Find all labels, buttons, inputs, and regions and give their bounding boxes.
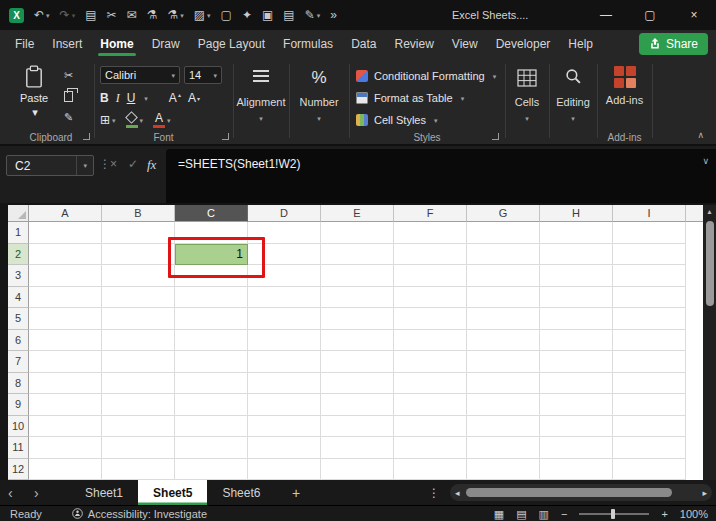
cell-A10[interactable]	[29, 416, 102, 438]
font-size-select[interactable]: 14 ▾	[184, 66, 222, 84]
cell-D12[interactable]	[248, 459, 321, 481]
row-header-5[interactable]: 5	[8, 308, 29, 330]
flask-icon[interactable]: ⚗	[142, 3, 163, 27]
tab-formulas[interactable]: Formulas	[274, 30, 342, 58]
cell-C4[interactable]	[175, 287, 248, 309]
alignment-group[interactable]: Alignment ▾	[233, 58, 289, 146]
cell-F4[interactable]	[394, 287, 467, 309]
cell-H7[interactable]	[540, 351, 613, 373]
cell-A2[interactable]	[29, 244, 102, 266]
styles-dialog-launcher[interactable]	[492, 133, 499, 140]
excel-logo-icon[interactable]: X	[4, 3, 29, 27]
cell-I4[interactable]	[613, 287, 686, 309]
cell-C12[interactable]	[175, 459, 248, 481]
cell-G4[interactable]	[467, 287, 540, 309]
cell-B6[interactable]	[102, 330, 175, 352]
vertical-scrollbar-thumb[interactable]	[706, 221, 714, 306]
cell-F5[interactable]	[394, 308, 467, 330]
row-header-7[interactable]: 7	[8, 351, 29, 373]
cell-B5[interactable]	[102, 308, 175, 330]
cell-H8[interactable]	[540, 373, 613, 395]
cell-H4[interactable]	[540, 287, 613, 309]
tab-page-layout[interactable]: Page Layout	[189, 30, 274, 58]
cell-G8[interactable]	[467, 373, 540, 395]
cell-D8[interactable]	[248, 373, 321, 395]
cell-E7[interactable]	[321, 351, 394, 373]
new-sheet-button[interactable]: +	[292, 480, 300, 505]
cell-F8[interactable]	[394, 373, 467, 395]
cell-G9[interactable]	[467, 394, 540, 416]
cell-G2[interactable]	[467, 244, 540, 266]
cell-A4[interactable]	[29, 287, 102, 309]
row-header-11[interactable]: 11	[8, 437, 29, 459]
row-header-9[interactable]: 9	[8, 394, 29, 416]
cut-button[interactable]: ✂	[64, 69, 73, 82]
cell-A5[interactable]	[29, 308, 102, 330]
cell-F9[interactable]	[394, 394, 467, 416]
column-header-C[interactable]: C	[175, 205, 248, 222]
cancel-entry-button[interactable]: ×	[110, 157, 117, 171]
scroll-left-icon[interactable]: ◂	[455, 484, 460, 501]
row-header-1[interactable]: 1	[8, 222, 29, 244]
cell-G3[interactable]	[467, 265, 540, 287]
cell-G12[interactable]	[467, 459, 540, 481]
cell-C6[interactable]	[175, 330, 248, 352]
cell-B7[interactable]	[102, 351, 175, 373]
cell-I2[interactable]	[613, 244, 686, 266]
cell-E4[interactable]	[321, 287, 394, 309]
cell-E5[interactable]	[321, 308, 394, 330]
cell-H5[interactable]	[540, 308, 613, 330]
row-header-2[interactable]: 2	[8, 244, 29, 266]
cell-C9[interactable]	[175, 394, 248, 416]
row-header-3[interactable]: 3	[8, 265, 29, 287]
sheet-tab-sheet1[interactable]: Sheet1	[70, 480, 138, 505]
column-header-F[interactable]: F	[394, 205, 467, 222]
cell-C10[interactable]	[175, 416, 248, 438]
page-break-view-button[interactable]: ▥	[539, 509, 549, 520]
sparkle-icon[interactable]: ✦	[237, 3, 257, 27]
cell-E12[interactable]	[321, 459, 394, 481]
sheet-tab-sheet6[interactable]: Sheet6	[207, 480, 275, 505]
fill-color-button[interactable]: ▾	[126, 113, 144, 128]
cell-E2[interactable]	[321, 244, 394, 266]
tab-developer[interactable]: Developer	[487, 30, 560, 58]
column-header-E[interactable]: E	[321, 205, 394, 222]
insert-function-button[interactable]: fx	[147, 157, 156, 173]
cell-H12[interactable]	[540, 459, 613, 481]
cell-D7[interactable]	[248, 351, 321, 373]
clipboard-dialog-launcher[interactable]	[83, 133, 90, 140]
confirm-entry-button[interactable]: ✓	[128, 157, 138, 171]
cell-I11[interactable]	[613, 437, 686, 459]
cell-B8[interactable]	[102, 373, 175, 395]
page-layout-view-button[interactable]: ▤	[516, 509, 526, 520]
cell-D5[interactable]	[248, 308, 321, 330]
beaker-icon[interactable]: ⚗▾	[162, 3, 188, 27]
maximize-button[interactable]: ▢	[628, 0, 672, 30]
cell-I5[interactable]	[613, 308, 686, 330]
cell-H2[interactable]	[540, 244, 613, 266]
sheet-options-icon[interactable]: ⋮	[428, 480, 440, 505]
cell-C8[interactable]	[175, 373, 248, 395]
accessibility-status[interactable]: Accessibility: Investigate	[72, 508, 207, 520]
cell-F12[interactable]	[394, 459, 467, 481]
tab-file[interactable]: File	[6, 30, 43, 58]
undo-icon[interactable]: ↶▾	[29, 3, 55, 27]
copy-button[interactable]	[64, 91, 73, 102]
cell-F6[interactable]	[394, 330, 467, 352]
cell-E3[interactable]	[321, 265, 394, 287]
tab-draw[interactable]: Draw	[143, 30, 189, 58]
cell-F2[interactable]	[394, 244, 467, 266]
horizontal-scrollbar-thumb[interactable]	[466, 488, 672, 497]
increase-font-button[interactable]: A▴	[169, 91, 181, 105]
zoom-out-button[interactable]: −	[561, 509, 567, 520]
clipboard-history-icon[interactable]: ▤	[80, 3, 101, 27]
cell-I6[interactable]	[613, 330, 686, 352]
cell-A8[interactable]	[29, 373, 102, 395]
cells-group[interactable]: Cells ▾	[505, 58, 549, 146]
cell-G5[interactable]	[467, 308, 540, 330]
cell-G10[interactable]	[467, 416, 540, 438]
italic-button[interactable]: I	[116, 91, 120, 106]
cell-I12[interactable]	[613, 459, 686, 481]
tab-data[interactable]: Data	[342, 30, 385, 58]
close-button[interactable]: ×	[672, 0, 716, 30]
